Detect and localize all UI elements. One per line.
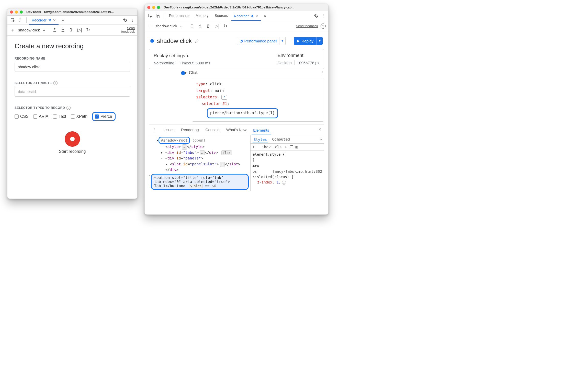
gear-icon[interactable] bbox=[313, 13, 320, 19]
tab-sources[interactable]: Sources bbox=[212, 12, 230, 20]
step-over-icon[interactable]: ▷| bbox=[214, 23, 220, 29]
window-controls[interactable] bbox=[10, 10, 23, 14]
close-dot[interactable] bbox=[10, 10, 13, 14]
step-over-icon[interactable]: ▷| bbox=[77, 27, 83, 33]
inspect-icon[interactable] bbox=[147, 13, 153, 19]
shadow-root-pill[interactable]: #shadow-root bbox=[159, 137, 190, 144]
checkbox-xpath[interactable]: XPath bbox=[71, 114, 88, 119]
zoom-dot[interactable] bbox=[157, 6, 160, 9]
replay-settings-title[interactable]: Replay settings▸ bbox=[154, 53, 210, 59]
start-recording-button[interactable] bbox=[65, 131, 80, 147]
info-icon[interactable]: i bbox=[282, 181, 286, 185]
kebab-icon[interactable]: ⋮ bbox=[321, 13, 326, 19]
recording-select-chevron-icon[interactable]: ⌄ bbox=[42, 28, 46, 32]
drawer-tab-rendering[interactable]: Rendering bbox=[179, 126, 200, 133]
styles-tab-computed[interactable]: Computed bbox=[271, 136, 291, 142]
hov-toggle[interactable]: :hov bbox=[262, 145, 271, 149]
drawer-kebab-icon[interactable]: ⋮ bbox=[151, 126, 157, 133]
panel-tabstrip: Recorder ⚗ ✕ » ⋮ bbox=[7, 16, 137, 25]
kebab-icon[interactable]: ⋮ bbox=[130, 17, 135, 23]
create-recording-panel: Create a new recording RECORDING NAME SE… bbox=[7, 36, 137, 199]
tab-recorder[interactable]: Recorder ⚗ ✕ bbox=[29, 17, 59, 25]
step-timeline: ▾ Click ⋮ type: click target: main selec… bbox=[149, 71, 324, 122]
cls-toggle[interactable]: .cls bbox=[273, 145, 282, 149]
new-recording-icon[interactable]: ＋ bbox=[147, 22, 153, 29]
close-icon[interactable]: ✕ bbox=[53, 18, 56, 22]
checkbox-css[interactable]: CSS bbox=[15, 114, 29, 119]
new-rule-icon[interactable]: ＋ bbox=[284, 145, 288, 149]
send-feedback-link[interactable]: Send feedback bbox=[120, 26, 135, 34]
window-controls[interactable] bbox=[147, 6, 160, 9]
send-feedback-link[interactable]: Send feedback bbox=[296, 24, 318, 28]
flask-icon: ⚗ bbox=[250, 14, 254, 18]
performance-panel-dropdown[interactable]: ▾ bbox=[279, 37, 286, 45]
tab-performance[interactable]: Performance bbox=[166, 12, 192, 20]
export-icon[interactable] bbox=[52, 28, 58, 32]
replay-button[interactable]: ▶ Replay bbox=[294, 37, 316, 45]
checkbox-text[interactable]: Text bbox=[53, 114, 66, 119]
close-icon[interactable]: ✕ bbox=[255, 14, 258, 18]
drawer-tab-console[interactable]: Console bbox=[204, 126, 221, 133]
gear-icon[interactable] bbox=[122, 17, 129, 24]
styles-filter-input[interactable] bbox=[253, 145, 260, 149]
styles-rules[interactable]: element.style { } #ta bs fancy-tabs-…mo.… bbox=[251, 151, 324, 186]
replay-speed-icon[interactable]: ↻ bbox=[222, 23, 228, 29]
import-icon[interactable] bbox=[198, 24, 203, 28]
device-icon[interactable] bbox=[17, 17, 24, 24]
step-kebab-icon[interactable]: ⋮ bbox=[321, 71, 324, 75]
minimize-dot[interactable] bbox=[15, 10, 18, 14]
drawer-tab-elements[interactable]: Elements bbox=[252, 126, 271, 134]
dom-tree[interactable]: ▾#shadow-root (open) <style>…</style> ▸ … bbox=[149, 135, 251, 191]
drawer-tabstrip: ⋮ Issues Rendering Console What's New El… bbox=[149, 124, 324, 135]
delete-icon[interactable] bbox=[69, 28, 74, 32]
device-icon[interactable] bbox=[154, 13, 161, 19]
export-icon[interactable] bbox=[190, 24, 195, 28]
help-icon[interactable]: ? bbox=[53, 81, 58, 85]
selector-value[interactable]: pierce/button:nth-of-type(1) bbox=[207, 108, 278, 118]
replay-dropdown[interactable]: ▾ bbox=[316, 37, 323, 45]
toggle-sidebar-icon[interactable]: ◧ bbox=[296, 145, 298, 149]
recording-select-chevron-icon[interactable]: ⌄ bbox=[180, 24, 183, 28]
select-element-icon[interactable]: ⬈ bbox=[221, 95, 227, 100]
status-dot-icon bbox=[150, 39, 154, 43]
tab-recorder[interactable]: Recorder ⚗ ✕ bbox=[231, 13, 261, 21]
recording-header: shadow click ◔ Performance panel ▾ ▶ bbox=[150, 37, 323, 45]
dom-breadcrumb[interactable]: html body fancy-tabs button bbox=[152, 190, 249, 191]
tab-memory[interactable]: Memory bbox=[193, 12, 211, 20]
recorder-toolbar: ＋ shadow click ⌄ ▷| ↻ Send feedback bbox=[7, 25, 137, 36]
replay-speed-icon[interactable]: ↻ bbox=[85, 27, 91, 33]
more-tabs-icon[interactable]: » bbox=[320, 137, 322, 141]
minimize-dot[interactable] bbox=[152, 6, 155, 9]
checkbox-aria[interactable]: ARIA bbox=[33, 114, 48, 119]
step-header[interactable]: ▾ Click ⋮ bbox=[185, 71, 324, 75]
environment-title: Environment bbox=[278, 53, 319, 58]
more-tabs-icon[interactable]: » bbox=[60, 17, 66, 24]
performance-panel-button[interactable]: ◔ Performance panel bbox=[237, 37, 280, 45]
play-icon: ▶ bbox=[297, 39, 300, 43]
close-dot[interactable] bbox=[147, 6, 150, 9]
more-dots-icon[interactable]: ⋯ bbox=[149, 174, 151, 178]
computed-styles-icon[interactable]: 🖵 bbox=[290, 145, 293, 149]
selector-attribute-input[interactable]: data-testid bbox=[15, 87, 130, 97]
zoom-dot[interactable] bbox=[20, 10, 23, 14]
more-tabs-icon[interactable]: » bbox=[262, 13, 268, 19]
delete-icon[interactable] bbox=[206, 24, 212, 28]
styles-panel: Styles Computed » :hov .cls ＋ 🖵 ◧ bbox=[251, 135, 324, 191]
titlebar: DevTools - rawgit.com/ebidel/2d2bb0cdec3… bbox=[7, 8, 137, 16]
drawer-close-icon[interactable]: ✕ bbox=[318, 127, 322, 132]
styles-tab-styles[interactable]: Styles bbox=[253, 136, 268, 143]
help-icon[interactable]: ? bbox=[66, 106, 71, 110]
new-recording-icon[interactable]: ＋ bbox=[10, 27, 16, 33]
inspect-icon[interactable] bbox=[9, 17, 16, 24]
drawer-tab-issues[interactable]: Issues bbox=[162, 126, 176, 133]
checkbox-pierce[interactable]: ✓Pierce bbox=[95, 114, 112, 119]
source-link[interactable]: fancy-tabs-…mo.html:302 bbox=[273, 169, 322, 174]
tab-label: Recorder bbox=[32, 18, 47, 22]
drawer-tab-whatsnew[interactable]: What's New bbox=[225, 126, 248, 133]
help-icon[interactable]: ? bbox=[321, 24, 326, 29]
selected-dom-node[interactable]: <button slot="title" role="tab" tabindex… bbox=[151, 174, 249, 190]
import-icon[interactable] bbox=[61, 28, 66, 32]
recording-name-input[interactable] bbox=[15, 62, 130, 72]
edit-icon[interactable] bbox=[195, 39, 199, 43]
highlight-ring: ✓Pierce bbox=[92, 112, 115, 121]
